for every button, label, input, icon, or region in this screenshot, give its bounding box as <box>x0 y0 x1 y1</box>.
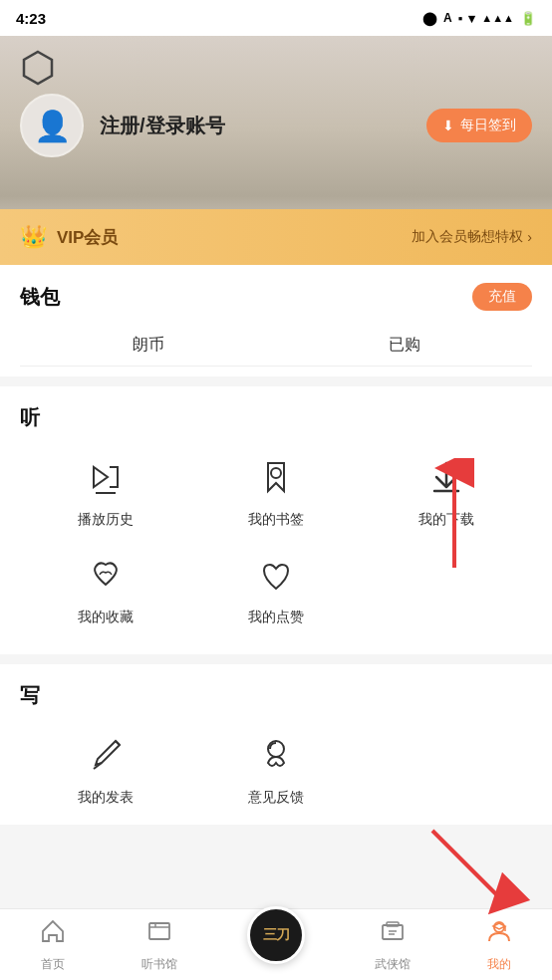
home-icon <box>39 917 67 952</box>
daily-signin-button[interactable]: ⬇ 每日签到 <box>426 109 532 142</box>
vip-banner[interactable]: 👑 VIP会员 加入会员畅想特权 › <box>0 209 552 265</box>
feature-my-posts[interactable]: 我的发表 <box>20 729 190 807</box>
nav-item-library[interactable]: 听书馆 <box>107 917 213 973</box>
nav-item-wuxia[interactable]: 武侠馆 <box>340 917 446 973</box>
play-history-icon <box>80 451 132 503</box>
signin-label: 每日签到 <box>460 117 516 134</box>
nav-home-label: 首页 <box>41 956 65 973</box>
wifi-icon: ▾ <box>468 11 475 26</box>
write-title: 写 <box>20 682 532 709</box>
tab-langbi[interactable]: 朗币 <box>20 325 276 366</box>
box-icon: ▪ <box>458 11 463 26</box>
header-section: 👤 注册/登录账号 ⬇ 每日签到 👑 VIP会员 加入会员畅想特权 › <box>0 36 552 265</box>
feature-feedback[interactable]: 意见反馈 <box>190 729 361 807</box>
downloads-label: 我的下载 <box>418 511 474 529</box>
status-icons: ⬤ A ▪ ▾ ▲▲▲ 🔋 <box>422 11 536 26</box>
listen-title: 听 <box>20 404 532 431</box>
tab-purchased-label: 已购 <box>389 336 420 353</box>
wallet-header: 钱包 充值 <box>20 283 532 311</box>
wallet-title: 钱包 <box>20 284 60 311</box>
my-posts-label: 我的发表 <box>78 789 134 807</box>
recharge-button[interactable]: 充值 <box>472 283 532 311</box>
recharge-label: 充值 <box>488 288 516 304</box>
vip-arrow-icon: › <box>527 229 532 245</box>
nav-item-mine[interactable]: 我的 <box>445 917 552 973</box>
feature-bookmarks[interactable]: 我的书签 <box>190 451 361 529</box>
user-left[interactable]: 👤 注册/登录账号 <box>20 94 225 157</box>
vip-label: VIP会员 <box>57 226 118 249</box>
favorites-icon <box>80 549 132 601</box>
favorites-label: 我的收藏 <box>78 609 134 626</box>
post-icon <box>80 729 132 781</box>
status-time: 4:23 <box>16 10 46 27</box>
nav-wuxia-label: 武侠馆 <box>375 956 411 973</box>
center-label: 三刀 <box>263 926 289 944</box>
signin-icon: ⬇ <box>442 118 454 133</box>
listen-grid: 播放历史 我的书签 <box>20 451 532 626</box>
hex-logo <box>20 50 56 86</box>
center-button[interactable]: 三刀 <box>247 906 305 964</box>
library-icon <box>145 917 173 952</box>
a-icon: A <box>443 11 452 25</box>
status-bar: 4:23 ⬤ A ▪ ▾ ▲▲▲ 🔋 <box>0 0 552 36</box>
feature-favorites[interactable]: 我的收藏 <box>20 549 190 626</box>
tab-langbi-label: 朗币 <box>133 336 164 353</box>
tab-purchased[interactable]: 已购 <box>276 325 532 366</box>
svg-marker-0 <box>24 52 52 84</box>
wallet-tabs: 朗币 已购 <box>20 325 532 367</box>
main-content: 钱包 充值 朗币 已购 听 <box>0 265 552 914</box>
crown-icon: 👑 <box>20 224 47 250</box>
user-row: 👤 注册/登录账号 ⬇ 每日签到 <box>20 94 532 157</box>
vip-promo-text: 加入会员畅想特权 <box>412 228 523 246</box>
likes-label: 我的点赞 <box>248 609 304 626</box>
write-grid: 我的发表 意见反馈 <box>20 729 532 807</box>
feedback-label: 意见反馈 <box>248 789 304 807</box>
listen-section: 听 播放历史 <box>0 386 552 654</box>
feedback-icon <box>250 729 302 781</box>
write-section: 写 我的发表 <box>0 664 552 825</box>
record-icon: ⬤ <box>422 11 437 26</box>
svg-rect-8 <box>383 925 403 939</box>
feature-play-history[interactable]: 播放历史 <box>20 451 190 529</box>
wallet-section: 钱包 充值 朗币 已购 <box>0 265 552 376</box>
wuxia-icon <box>379 917 407 952</box>
bottom-nav: 首页 听书馆 三刀 武侠馆 <box>0 908 552 980</box>
play-history-label: 播放历史 <box>78 511 134 529</box>
bookmark-icon <box>250 451 302 503</box>
svg-rect-9 <box>387 922 399 926</box>
download-icon <box>420 451 472 503</box>
avatar[interactable]: 👤 <box>20 94 84 157</box>
nav-item-home[interactable]: 首页 <box>0 917 107 973</box>
user-login-text[interactable]: 注册/登录账号 <box>100 113 225 139</box>
feature-likes[interactable]: 我的点赞 <box>190 549 361 626</box>
vip-left: 👑 VIP会员 <box>20 224 118 250</box>
nav-item-center[interactable]: 三刀 <box>212 926 340 964</box>
svg-rect-7 <box>149 923 169 939</box>
battery-icon: 🔋 <box>520 11 536 26</box>
svg-point-1 <box>271 468 281 478</box>
nav-library-label: 听书馆 <box>141 956 177 973</box>
avatar-person-icon: 👤 <box>34 109 71 143</box>
nav-mine-label: 我的 <box>487 956 511 973</box>
signal-icon: ▲▲▲ <box>481 12 514 24</box>
mine-icon <box>485 917 513 952</box>
vip-right[interactable]: 加入会员畅想特权 › <box>412 228 532 246</box>
feature-downloads[interactable]: 我的下载 <box>362 451 532 529</box>
bookmarks-label: 我的书签 <box>248 511 304 529</box>
likes-icon <box>250 549 302 601</box>
